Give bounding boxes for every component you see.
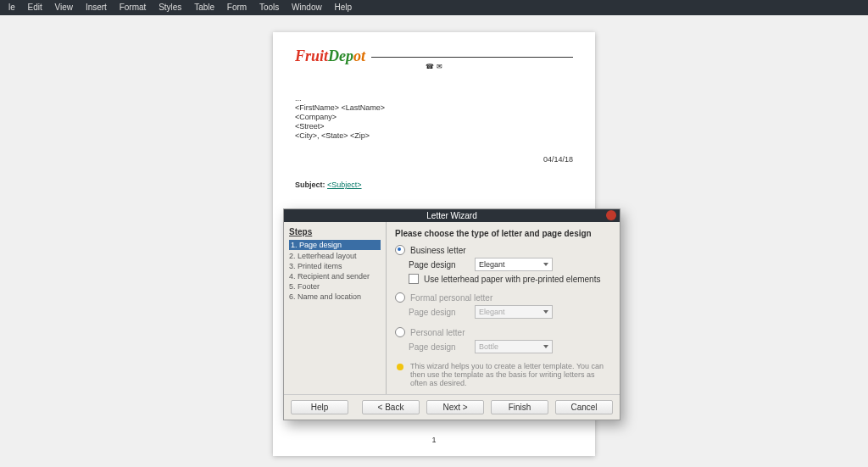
wizard-steps-panel: Steps 1. Page design 2. Letterhead layou… bbox=[284, 222, 387, 394]
letterhead-label: Use letterhead paper with pre-printed el… bbox=[424, 275, 600, 284]
radio-personal-label: Personal letter bbox=[410, 328, 465, 337]
page-design-label-2: Page design bbox=[409, 308, 475, 317]
cancel-button[interactable]: Cancel bbox=[555, 400, 613, 414]
step-5[interactable]: 5. Footer bbox=[289, 282, 381, 291]
page-design-select-2: Elegant bbox=[475, 305, 553, 319]
next-button[interactable]: Next > bbox=[426, 400, 484, 414]
menu-styles[interactable]: Styles bbox=[159, 3, 181, 12]
menu-view[interactable]: View bbox=[55, 3, 74, 12]
radio-business[interactable] bbox=[395, 245, 405, 255]
menu-tools[interactable]: Tools bbox=[259, 3, 279, 12]
menu-window[interactable]: Window bbox=[292, 3, 322, 12]
menu-insert[interactable]: Insert bbox=[86, 3, 107, 12]
wizard-hint: This wizard helps you to create a letter… bbox=[395, 362, 611, 387]
dialog-title: Letter Wizard bbox=[426, 211, 476, 220]
step-4[interactable]: 4. Recipient and sender bbox=[289, 272, 381, 281]
address-block: ... <FirstName> <LastName> <Company> <St… bbox=[295, 94, 573, 140]
help-button[interactable]: Help bbox=[291, 400, 348, 414]
subject-line: Subject: <Subject> bbox=[295, 181, 573, 189]
page-design-label-3: Page design bbox=[409, 342, 475, 352]
dialog-title-bar[interactable]: Letter Wizard bbox=[284, 209, 620, 222]
wizard-main-panel: Please choose the type of letter and pag… bbox=[387, 222, 620, 394]
field-street: <Street> bbox=[295, 122, 573, 131]
menu-bar: le Edit View Insert Format Styles Table … bbox=[0, 0, 868, 15]
menu-file[interactable]: le bbox=[8, 3, 15, 12]
header-rule bbox=[371, 57, 573, 58]
letter-wizard-dialog: Letter Wizard Steps 1. Page design 2. Le… bbox=[283, 208, 620, 420]
step-2[interactable]: 2. Letterhead layout bbox=[289, 252, 381, 260]
page-number: 1 bbox=[273, 436, 595, 444]
ellipsis-line: ... bbox=[295, 94, 573, 103]
radio-formal-label: Formal personal letter bbox=[410, 293, 492, 303]
radio-business-label: Business letter bbox=[410, 246, 466, 255]
wizard-heading: Please choose the type of letter and pag… bbox=[395, 229, 611, 238]
steps-heading: Steps bbox=[289, 227, 381, 236]
dialog-footer: Help < Back Next > Finish Cancel bbox=[284, 394, 620, 420]
step-6[interactable]: 6. Name and location bbox=[289, 292, 381, 301]
menu-format[interactable]: Format bbox=[120, 3, 147, 12]
page-design-label-1: Page design bbox=[409, 260, 475, 270]
step-1[interactable]: 1. Page design bbox=[289, 240, 381, 250]
menu-form[interactable]: Form bbox=[227, 3, 247, 12]
subject-placeholder[interactable]: <Subject> bbox=[327, 181, 362, 189]
close-icon[interactable] bbox=[606, 210, 616, 220]
page-design-select-3: Bottle bbox=[475, 340, 553, 353]
letter-date: 04/14/18 bbox=[295, 155, 573, 164]
radio-formal[interactable] bbox=[395, 292, 405, 303]
field-city: <City>, <State> <Zip> bbox=[295, 131, 573, 140]
menu-edit[interactable]: Edit bbox=[28, 3, 42, 12]
field-name: <FirstName> <LastName> bbox=[295, 103, 573, 112]
finish-button[interactable]: Finish bbox=[491, 400, 548, 414]
letterhead-checkbox[interactable] bbox=[409, 274, 419, 284]
field-company: <Company> bbox=[295, 113, 573, 121]
menu-help[interactable]: Help bbox=[334, 3, 352, 12]
page-design-select-1[interactable]: Elegant bbox=[475, 258, 553, 271]
step-3[interactable]: 3. Printed items bbox=[289, 262, 381, 270]
back-button[interactable]: < Back bbox=[362, 400, 420, 414]
menu-table[interactable]: Table bbox=[194, 3, 214, 12]
lightbulb-icon bbox=[395, 362, 405, 372]
radio-personal[interactable] bbox=[395, 327, 405, 337]
